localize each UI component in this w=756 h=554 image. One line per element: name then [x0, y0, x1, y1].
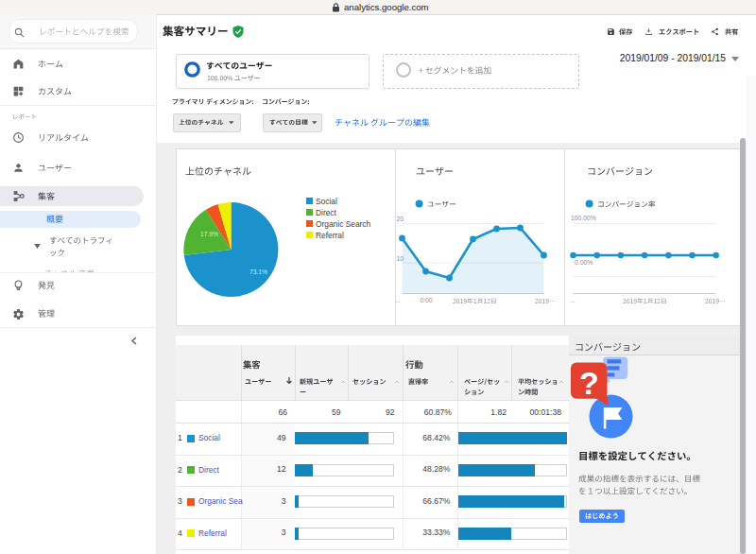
svg-text:Referral: Referral [316, 231, 344, 240]
svg-text:73.1%: 73.1% [249, 268, 267, 275]
svg-text:0:00: 0:00 [420, 297, 432, 303]
svg-text:100.00%: 100.00% [571, 215, 596, 221]
svg-text:...: ... [395, 297, 401, 303]
svg-text:0.00%: 0.00% [575, 259, 593, 266]
svg-text:20: 20 [396, 216, 404, 222]
svg-text:Social: Social [316, 197, 337, 206]
svg-text:Organic Search: Organic Search [316, 219, 371, 229]
svg-text:17.9%: 17.9% [200, 231, 218, 237]
svg-text:...: ... [570, 297, 576, 303]
svg-text:?: ? [579, 365, 599, 401]
svg-text:Direct: Direct [316, 208, 337, 217]
